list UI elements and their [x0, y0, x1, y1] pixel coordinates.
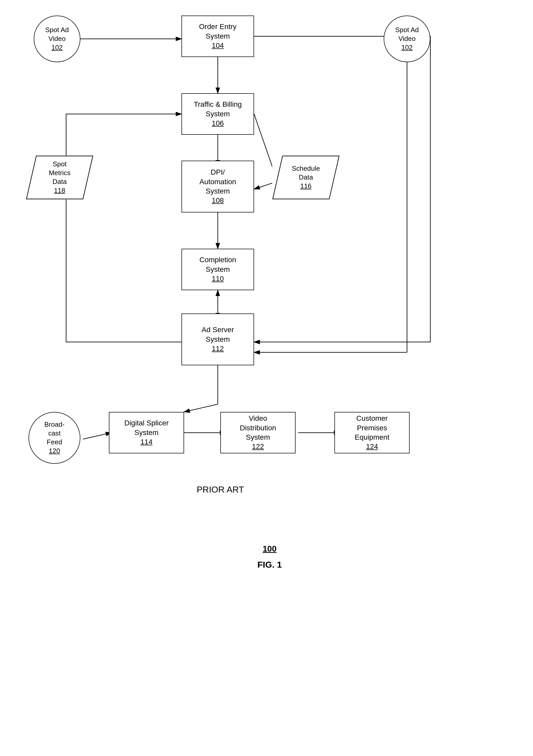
diagram-container: Order EntrySystem104 Spot AdVideo102 Tra…: [0, 0, 533, 756]
spot-ad-video-right: Spot AdVideo102: [384, 15, 430, 62]
fig-number-label: 100: [244, 544, 295, 554]
customer-premises-label: CustomerPremisesEquipment124: [355, 414, 389, 451]
traffic-billing-label: Traffic & BillingSystem106: [194, 100, 241, 128]
order-entry-label: Order EntrySystem104: [199, 22, 237, 50]
spot-metrics-content: SpotMetricsData118: [49, 160, 70, 195]
dpi-automation-label: DPI/AutomationSystem108: [199, 168, 236, 205]
broadcast-feed-label: Broad-castFeed120: [44, 420, 65, 455]
customer-premises-equipment: CustomerPremisesEquipment124: [334, 412, 409, 453]
schedule-data: ScheduleData116: [272, 155, 340, 200]
spot-metrics-data: SpotMetricsData118: [26, 155, 93, 200]
ad-server-label: Ad ServerSystem112: [202, 325, 234, 353]
arrows-svg: [0, 0, 533, 756]
order-entry-number: 104: [212, 41, 224, 49]
dpi-automation-system: DPI/AutomationSystem108: [182, 161, 254, 212]
spot-ad-video-left: Spot AdVideo102: [34, 15, 80, 62]
order-entry-system: Order EntrySystem104: [182, 15, 254, 57]
digital-splicer-system: Digital SplicerSystem114: [109, 412, 184, 453]
prior-art-label: PRIOR ART: [155, 484, 285, 495]
broadcast-feed: Broad-castFeed120: [29, 412, 80, 464]
completion-label: CompletionSystem110: [199, 255, 236, 284]
completion-system: CompletionSystem110: [182, 249, 254, 290]
traffic-billing-system: Traffic & BillingSystem106: [182, 93, 254, 135]
ad-server-system: Ad ServerSystem112: [182, 313, 254, 365]
digital-splicer-label: Digital SplicerSystem114: [124, 418, 169, 447]
fig-label: FIG. 1: [231, 560, 308, 570]
video-distribution-label: VideoDistributionSystem122: [240, 414, 276, 451]
spot-ad-video-left-label: Spot AdVideo102: [45, 26, 69, 52]
svg-line-13: [83, 433, 111, 439]
svg-line-12: [184, 404, 218, 412]
video-distribution-system: VideoDistributionSystem122: [220, 412, 295, 453]
schedule-data-content: ScheduleData116: [292, 164, 320, 190]
spot-ad-video-right-label: Spot AdVideo102: [395, 26, 419, 52]
